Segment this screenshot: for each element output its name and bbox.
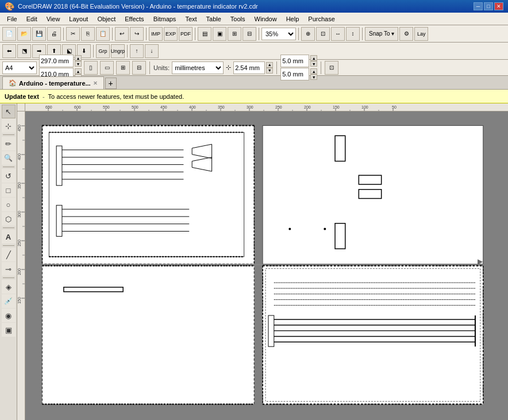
units-combo[interactable]: millimetres inches pixels [172,61,224,74]
tab-main[interactable]: 🏠 Arduino - temperature... ✕ [2,76,104,89]
grid-down-btn[interactable]: ▼ [266,68,273,74]
window-controls: ─ □ ✕ [474,2,503,10]
panel-top-right[interactable] [263,126,483,264]
nudge-v-input[interactable] [280,68,309,80]
view-mode4[interactable]: ⊟ [243,27,256,41]
page-borders-btn[interactable]: ⊞ [116,61,130,75]
pick-tool[interactable]: ⊹ [2,119,16,133]
redo-button[interactable]: ↪ [130,27,144,41]
view-height-btn[interactable]: ↕ [346,27,360,41]
nudge-v-down[interactable]: ▼ [310,74,317,80]
grid-up-btn[interactable]: ▲ [266,62,273,68]
connector-tool[interactable]: ⊸ [2,262,16,276]
layout-btn[interactable]: Lay [414,27,428,41]
update-bar: Update text - To access newer features, … [0,90,508,103]
zoom-combo[interactable]: 35% 50% 75% 100% [261,28,296,40]
menu-help[interactable]: Help [282,13,304,25]
svg-text:550: 550 [103,105,110,109]
nudge-h-input[interactable] [280,55,309,67]
page-scale-btn[interactable]: ⊡ [325,61,338,75]
undo-button[interactable]: ↩ [115,27,129,41]
ungroup-btn[interactable]: Ungrp [111,44,125,58]
align-center-btn[interactable]: ⬔ [17,44,31,58]
cut-button[interactable]: ✂ [66,27,80,41]
new-button[interactable]: 📄 [2,27,16,41]
bleed-btn[interactable]: ⊟ [132,61,146,75]
import-button[interactable]: IMP [149,27,163,41]
svg-text:250: 250 [17,240,21,246]
landscape-btn[interactable]: ▭ [100,61,114,75]
freehand-tool[interactable]: ✏ [2,137,16,151]
tab-close-icon[interactable]: ✕ [93,80,98,86]
select-tool[interactable]: ↖ [2,105,16,118]
menu-window[interactable]: Window [250,13,282,25]
width-up-btn[interactable]: ▲ [75,55,82,61]
eyedropper-tool[interactable]: 💉 [2,294,16,308]
svg-text:150: 150 [333,105,340,109]
view-mode2[interactable]: ▣ [213,27,226,41]
width-down-btn[interactable]: ▼ [75,61,82,67]
maximize-button[interactable]: □ [484,2,493,10]
text-tool[interactable]: A [2,230,16,244]
line-tool[interactable]: ╱ [2,248,16,261]
page-width-input[interactable] [39,55,74,67]
menu-edit[interactable]: Edit [22,13,42,25]
grid-input[interactable] [233,61,265,74]
page-size-combo[interactable]: A4 [2,61,37,74]
nudge-v-up[interactable]: ▲ [310,68,317,74]
app-icon: 🎨 [5,2,14,11]
nudge-h-up[interactable]: ▲ [310,55,317,61]
panel-bottom-right[interactable] [263,266,483,404]
menu-file[interactable]: File [2,13,22,25]
menu-layout[interactable]: Layout [64,13,93,25]
tab-add-button[interactable]: + [105,78,117,89]
menu-purchase[interactable]: Purchase [303,13,339,25]
rectangle-tool[interactable]: □ [2,183,16,197]
fill-tool[interactable]: ◈ [2,280,16,294]
print-button[interactable]: 🖨 [47,27,61,41]
menu-view[interactable]: View [42,13,65,25]
align-left-btn[interactable]: ⬅ [2,44,16,58]
menu-tools[interactable]: Tools [226,13,250,25]
portrait-btn[interactable]: ▯ [84,61,98,75]
view-page-btn[interactable]: ⊡ [316,27,330,41]
separator3 [146,28,147,40]
height-up-btn[interactable]: ▲ [75,68,82,74]
ellipse-tool[interactable]: ○ [2,198,16,211]
panel-top-left[interactable] [43,126,255,264]
canvas-area[interactable]: 650 600 550 500 450 400 350 300 250 200 [17,103,508,420]
save-button[interactable]: 💾 [32,27,46,41]
close-button[interactable]: ✕ [494,2,503,10]
minimize-button[interactable]: ─ [474,2,483,10]
menu-table[interactable]: Table [202,13,226,25]
menu-text[interactable]: Text [180,13,201,25]
view-modes[interactable]: ▤ [198,27,211,41]
panel-bottom-left[interactable] [43,266,255,404]
polygon-tool[interactable]: ⬡ [2,212,16,226]
export-button[interactable]: EXP [164,27,178,41]
pdf-button[interactable]: PDF [179,27,193,41]
interactive-tool[interactable]: ◉ [2,309,16,322]
options-btn[interactable]: ⚙ [399,27,413,41]
view-all-btn[interactable]: ⊕ [301,27,315,41]
front-btn[interactable]: ↑ [130,44,144,58]
open-button[interactable]: 📂 [17,27,31,41]
menu-object[interactable]: Object [93,13,120,25]
canvas-content[interactable]: ▶ [25,111,508,420]
design-canvas[interactable]: ▶ [25,111,508,420]
nudge-h-down[interactable]: ▼ [310,61,317,67]
paste-button[interactable]: 📋 [96,27,110,41]
units-label: Units: [153,64,170,71]
curve-tool[interactable]: ↺ [2,169,16,183]
back-btn[interactable]: ↓ [145,44,159,58]
copy-button[interactable]: ⎘ [81,27,95,41]
menu-bitmaps[interactable]: Bitmaps [149,13,181,25]
zoom-tool[interactable]: 🔍 [2,151,16,165]
tb-sep-prop [149,61,150,74]
menu-effects[interactable]: Effects [120,13,148,25]
group-btn[interactable]: Grp [96,44,110,58]
view-width-btn[interactable]: ↔ [331,27,345,41]
shadow-tool[interactable]: ▣ [2,323,16,337]
snap-to-btn[interactable]: Snap To ▾ [365,27,398,41]
view-mode3[interactable]: ⊞ [228,27,241,41]
